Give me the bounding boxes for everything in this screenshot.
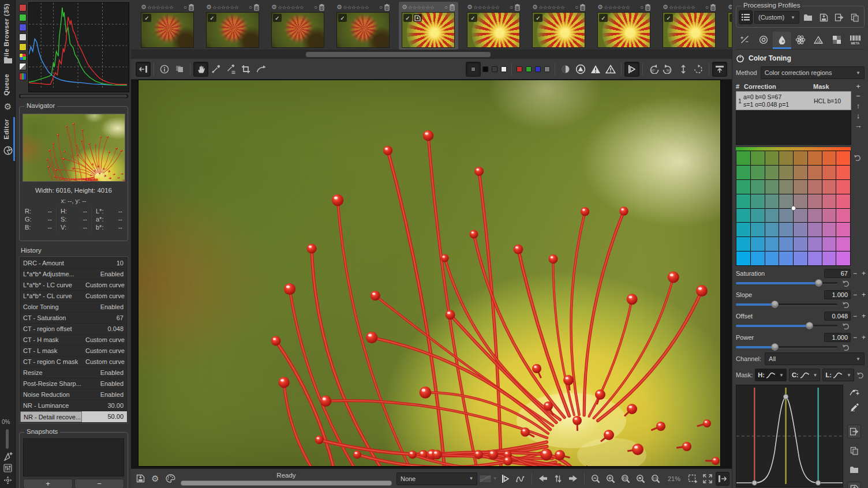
reset-mask-button[interactable] [856,371,865,378]
history-row[interactable]: CT - region offset0.048 [20,324,127,335]
rating-stars[interactable]: ☆☆☆☆☆☆ [473,5,508,10]
green-channel-button[interactable] [526,66,532,72]
filmstrip-thumbnail[interactable]: ⚙☆☆☆☆☆☆○✓ [660,2,719,50]
reset-slider-button[interactable] [842,301,850,308]
histogram-green-button[interactable] [19,14,27,21]
grid-swatch[interactable] [836,151,850,165]
grid-swatch[interactable] [836,251,850,265]
slider-track[interactable] [736,282,837,284]
grid-swatch[interactable] [779,151,793,165]
load-curve-button[interactable] [847,463,861,476]
color-label-icon[interactable]: ○ [379,4,383,10]
profile-gear-icon[interactable]: ⚙ [336,3,342,11]
channel-select[interactable]: All▼ [765,352,865,365]
grid-swatch[interactable] [751,209,765,223]
slider-track[interactable] [736,303,837,306]
grid-swatch[interactable] [808,166,822,179]
histogram-luminosity-button[interactable] [19,33,27,41]
grid-swatch[interactable] [779,237,793,251]
check-icon[interactable]: ✓ [534,14,542,22]
preview-profile-select[interactable]: None▼ [396,472,477,485]
grid-swatch[interactable] [751,251,765,265]
tab-editor[interactable]: Editor [3,119,10,140]
trash-icon[interactable] [514,3,521,11]
tool-tab-advanced[interactable] [791,32,810,49]
profile-gear-icon[interactable]: ⚙ [728,3,732,11]
remove-snapshot-button[interactable]: − [74,479,124,488]
history-row[interactable]: CT - Saturation67 [20,313,127,324]
decrement-button[interactable]: − [851,269,859,277]
power-icon[interactable] [736,54,744,63]
history-row[interactable]: L*a*b* Adjustme...Enabled [20,269,127,280]
ab-color-grid[interactable] [736,151,851,266]
rating-stars[interactable]: ☆☆☆☆☆☆ [408,5,443,10]
grid-swatch[interactable] [736,180,750,194]
history-row[interactable]: DRC - Amount10 [20,258,127,269]
slider-track[interactable] [736,346,837,348]
profile-gear-icon[interactable]: ⚙ [271,3,277,11]
move-region-down-button[interactable]: ↓ [853,111,863,121]
tool-tab-exposure[interactable]: +− [736,32,754,49]
grid-swatch[interactable] [794,166,807,179]
thumbnail-image[interactable]: ✓ [206,12,259,48]
main-image[interactable] [139,80,720,466]
history-row[interactable]: ResizeEnabled [20,367,127,378]
tool-tab-color[interactable] [773,32,791,49]
filmstrip-thumbnail[interactable]: ⚙☆☆☆☆☆☆○✓ [138,2,197,50]
add-snapshot-button[interactable]: + [23,479,73,488]
grid-swatch[interactable] [779,223,793,237]
copy-curve-button[interactable] [847,444,861,457]
histogram-raw-button[interactable] [19,63,27,70]
grid-swatch[interactable] [822,237,836,251]
paste-profile-button[interactable] [832,10,846,24]
flip-vertical-button[interactable] [676,62,691,77]
history-row[interactable]: L*a*b* - CL curveCustom curve [20,291,127,302]
tool-tab-raw[interactable] [828,32,846,49]
thumbnail-image[interactable]: ✓ [597,12,650,48]
add-detail-window-button[interactable] [686,472,699,486]
grid-swatch[interactable] [822,223,836,237]
grid-swatch[interactable] [779,180,793,194]
history-row[interactable]: Noise ReductionEnabled [20,389,127,400]
grid-swatch[interactable] [822,251,836,265]
profile-gear-icon[interactable]: ⚙ [532,3,538,11]
navigator-preview[interactable] [23,114,125,182]
history-row[interactable]: NR - Detail recove...50.00 [20,411,127,422]
grid-swatch[interactable] [736,237,750,251]
filmstrip-thumbnail[interactable]: ⚙☆☆☆☆☆☆○✓ [594,2,654,50]
grid-swatch[interactable] [822,180,836,194]
increment-button[interactable]: + [859,333,868,341]
grid-swatch[interactable] [794,251,807,265]
image-info-button[interactable] [157,62,172,77]
gears-icon[interactable]: ⚙ [3,102,13,111]
grid-swatch[interactable] [765,237,779,251]
grid-swatch[interactable] [836,209,850,223]
grid-swatch[interactable] [808,251,822,265]
zoom-100-button[interactable]: 1:1 [649,472,663,486]
before-after-button[interactable] [172,62,187,77]
image-viewport[interactable] [131,80,732,468]
filmstrip-thumbnail[interactable]: ⚙☆☆☆☆☆☆○✓ [725,2,732,50]
monitor-profile-button[interactable]: ▼ [478,472,497,486]
grid-swatch[interactable] [765,166,779,179]
history-row[interactable]: CT - region C maskCustom curve [20,356,127,367]
slider-value[interactable]: 0.048 [824,311,851,321]
grid-swatch[interactable] [794,194,807,208]
zoom-fit-crop-button[interactable] [634,472,648,486]
grid-swatch[interactable] [822,166,836,179]
move-region-up-button[interactable]: ↑ [853,101,863,111]
rating-stars[interactable]: ☆☆☆☆☆☆ [669,5,704,10]
histogram-value-button[interactable] [19,43,27,51]
grid-swatch[interactable] [779,166,793,179]
rating-stars[interactable]: ☆☆☆☆☆☆ [343,5,378,10]
grid-swatch[interactable] [836,166,850,179]
shadow-clip-warning-button[interactable] [588,62,603,77]
grid-swatch[interactable] [794,223,807,237]
tool-tab-metadata[interactable]: META [846,32,865,49]
grid-swatch[interactable] [836,237,850,251]
thumbnail-image[interactable]: ✓ [532,12,585,48]
remove-region-button[interactable]: − [853,91,863,101]
grid-swatch[interactable] [779,251,793,265]
method-select[interactable]: Color correction regions▼ [761,66,865,79]
rating-stars[interactable]: ☆☆☆☆☆☆ [212,5,248,10]
